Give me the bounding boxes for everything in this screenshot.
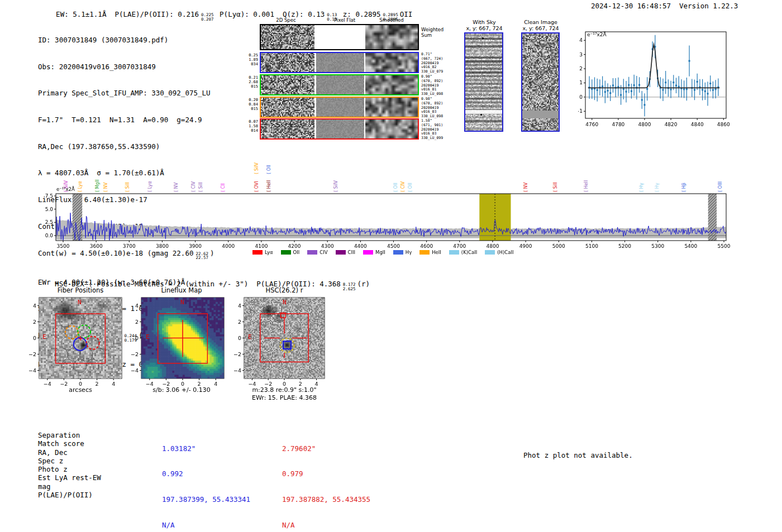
legend-item: HeII xyxy=(419,250,441,255)
fit-plot-unit-label: e⁻¹⁷x2Å xyxy=(587,32,607,37)
spec2d-row-image xyxy=(261,98,418,117)
legend-label: OII xyxy=(293,250,300,255)
full-spectrum-plot xyxy=(34,190,735,252)
north-label: N xyxy=(180,299,184,306)
timestamp: 2024-12-30 16:48:57 Version 1.22.3 xyxy=(591,2,738,10)
match-score: 0.992 xyxy=(162,469,250,478)
legend-swatch xyxy=(363,250,373,255)
legend-item: Hγ xyxy=(393,250,412,255)
emission-line-label: SiIV xyxy=(254,162,259,174)
legend-item: CIII xyxy=(336,250,355,255)
legend-label: CIV xyxy=(320,250,327,255)
info-obs: Obs: 20200419v016_3007031849 xyxy=(38,63,214,71)
legend-item: MgII xyxy=(363,250,385,255)
row-fiber-info: 1.58" (671, 901) 20200419 v016_03 330_LU… xyxy=(421,119,443,141)
weighted-sum-label: Weighted Sum xyxy=(421,27,444,38)
match-row-label: Est LyA rest-EW xyxy=(38,473,101,482)
hsc-image-plot xyxy=(227,294,341,390)
info-primary: Primary Spec_Slot_IFU_AMP: 330_092_075_L… xyxy=(38,89,214,98)
col-header-smoothed: Smoothed xyxy=(366,17,417,23)
row-weights: 0.21 2.68 015 xyxy=(241,75,258,89)
fiber-positions-title: Fiber Positions xyxy=(36,286,125,294)
match-specz: N/A xyxy=(162,521,250,529)
fiber-xlabel: arcsecs xyxy=(30,386,131,394)
match-specz: N/A xyxy=(282,521,370,529)
match-row-labels: SeparationMatch scoreRA, DecSpec zPhoto … xyxy=(38,431,101,499)
match-radec: 197.387399, 55.433341 xyxy=(162,495,250,504)
clean-image xyxy=(522,33,559,131)
match-separation: 2.79602" xyxy=(282,444,370,453)
legend-swatch xyxy=(307,250,317,255)
legend-swatch xyxy=(281,250,291,255)
fiber-positions-plot xyxy=(22,294,134,390)
col-header-pixelflat: Pixel Flat xyxy=(320,17,370,23)
north-label: N xyxy=(283,299,287,306)
legend-label: (K)CaII xyxy=(461,250,477,255)
legend-swatch xyxy=(336,250,346,255)
lineflux-map-plot xyxy=(126,294,237,390)
match-row-label: P(LAE)/P(OII) xyxy=(38,491,101,499)
spectrum-unit-label: e⁻¹⁷x2Å xyxy=(56,186,75,192)
info-seeing: F=1.7" T=0.121 N=1.31 A=0.90 g=24.9 xyxy=(38,116,214,124)
match-row-label: mag xyxy=(38,482,101,491)
hsc-xlabel: m:23.8 re:0.9" s:1.0" xyxy=(234,386,335,394)
row-fiber-info: 0.98" (670, 892) 20200419 v016_03 330_LU… xyxy=(421,97,443,119)
weighted-sum-row xyxy=(260,24,419,50)
withsky-image-frame xyxy=(464,32,503,132)
lineflux-map-title: Lineflux Map xyxy=(137,286,226,294)
spec2d-row xyxy=(260,74,419,95)
match-separation: 1.03182" xyxy=(162,444,250,453)
hsc-title: HSC(26.2) r xyxy=(240,286,329,294)
legend-swatch xyxy=(419,250,430,255)
hsc-xlabel2: EWr: 15. PLAE: 4.368 xyxy=(234,394,335,401)
legend-item: (K)CaII xyxy=(449,250,477,255)
col-header-2dspec: 2D Spec xyxy=(261,17,311,23)
legend-item: OII xyxy=(281,250,300,255)
legend-swatch xyxy=(449,250,459,255)
row-fiber-info: 0.90" (670, 892) 20200419 v016_01 330_LU… xyxy=(421,75,443,97)
row-weights: 0.20 0.84 015 xyxy=(241,98,258,112)
withsky-image xyxy=(465,33,502,131)
legend-label: Hγ xyxy=(406,250,412,255)
spec2d-row-image xyxy=(261,75,418,94)
withsky-title: With Skyx, y: 667, 724 xyxy=(459,19,509,31)
legend-item: CIV xyxy=(307,250,327,255)
row-fiber-info: 0.71" (667, 724) 20200419 v016_02 330_LU… xyxy=(421,52,443,74)
spec2d-row-image xyxy=(261,53,418,72)
east-label: E xyxy=(146,333,150,341)
legend-swatch xyxy=(393,250,403,255)
spectrum-legend: LyαOIICIVCIIIMgIIHγHeII(K)CaII(H)CaII xyxy=(252,250,513,255)
info-id: ID: 3007031849 (3007031849.pdf) xyxy=(38,36,214,45)
match-score: 0.979 xyxy=(282,469,370,478)
row-weights: 0.07 1.58 014 xyxy=(241,119,258,133)
legend-swatch xyxy=(252,250,263,255)
north-label: N xyxy=(78,299,82,306)
legend-label: (H)CaII xyxy=(497,250,513,255)
summary-stats: EW: 5.1±1.1Å P(LAE)/P(OII): 0.216 xyxy=(56,10,199,18)
match-radec: 197.387882, 55.434355 xyxy=(282,495,370,504)
legend-swatch xyxy=(485,250,495,255)
legend-item: Lyα xyxy=(252,250,273,255)
east-label: E xyxy=(248,333,252,341)
legend-item: (H)CaII xyxy=(485,250,513,255)
spec2d-row xyxy=(260,118,419,140)
match-2-column: 2.79602" 0.979 197.387882, 55.434355 N/A… xyxy=(282,427,370,532)
lineflux-xlabel: s/b: 3.06 +/- 0.130 xyxy=(131,386,232,394)
info-radec: RA,Dec (197.387650,55.433590) xyxy=(38,142,214,151)
clean-image-frame xyxy=(521,32,560,132)
line-fit-plot xyxy=(578,27,735,133)
weighted-sum-image xyxy=(261,25,418,49)
match-row-label: RA, Dec xyxy=(38,448,101,457)
match-1-column: 1.03182" 0.992 197.387399, 55.433341 N/A… xyxy=(162,427,250,532)
row-weights: 0.25 1.89 034 xyxy=(241,53,258,67)
legend-label: MgII xyxy=(375,250,385,255)
spec2d-row xyxy=(260,97,419,118)
photz-note: Phot z plot not available. xyxy=(523,451,633,459)
match-row-label: Spec z xyxy=(38,457,101,465)
legend-label: Lyα xyxy=(265,250,273,255)
east-label: E xyxy=(42,333,46,341)
clean-title: Clean Imagex, y: 667, 724 xyxy=(516,19,566,31)
elixer-detection-report: EW: 5.1±1.1Å P(LAE)/P(OII): 0.2160.2250.… xyxy=(0,0,782,532)
info-lambda: λ = 4807.03Å σ = 1.70(±0.61)Å xyxy=(38,169,214,178)
match-row-label: Photo z xyxy=(38,465,101,473)
